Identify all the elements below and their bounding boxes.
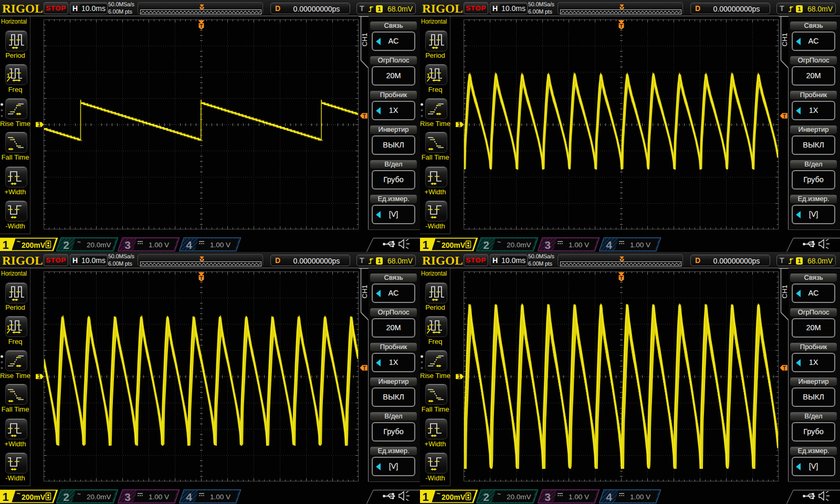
svg-text:1.00 V: 1.00 V	[149, 241, 169, 249]
svg-text:1.00 V: 1.00 V	[149, 493, 169, 501]
svg-text:~: ~	[17, 238, 21, 246]
svg-text:4: 4	[606, 239, 612, 251]
svg-text:2: 2	[63, 239, 69, 251]
svg-text:200mV: 200mV	[442, 493, 466, 501]
svg-text:3: 3	[544, 491, 551, 503]
svg-text:1.00 V: 1.00 V	[630, 493, 650, 501]
svg-text:200mV: 200mV	[22, 241, 46, 249]
svg-text:1: 1	[2, 490, 8, 503]
svg-text:3: 3	[124, 239, 131, 251]
svg-text:4: 4	[186, 491, 192, 503]
svg-text:20.0mV: 20.0mV	[507, 493, 531, 501]
svg-text:3: 3	[124, 491, 131, 503]
svg-text:~: ~	[77, 238, 81, 246]
svg-text:~: ~	[17, 490, 21, 498]
svg-text:200mV: 200mV	[22, 493, 46, 501]
svg-text:2: 2	[483, 491, 489, 503]
svg-text:2: 2	[63, 491, 69, 503]
svg-text:1: 1	[458, 373, 461, 380]
svg-text:~: ~	[77, 490, 81, 498]
svg-text:T: T	[363, 365, 366, 371]
svg-text:T: T	[783, 365, 786, 371]
svg-text:3: 3	[544, 239, 551, 251]
svg-text:4: 4	[186, 239, 192, 251]
svg-text:1.00 V: 1.00 V	[210, 493, 230, 501]
svg-text:1: 1	[38, 121, 41, 128]
svg-text:T: T	[363, 113, 366, 119]
svg-text:~: ~	[497, 238, 501, 246]
svg-text:1.00 V: 1.00 V	[569, 241, 589, 249]
svg-text:20.0mV: 20.0mV	[87, 493, 111, 501]
svg-text:20.0mV: 20.0mV	[507, 241, 531, 249]
svg-text:~: ~	[497, 490, 501, 498]
svg-text:200mV: 200mV	[442, 241, 466, 249]
svg-text:1: 1	[422, 490, 428, 503]
svg-text:1: 1	[38, 373, 41, 380]
svg-text:20.0mV: 20.0mV	[87, 241, 111, 249]
svg-text:~: ~	[437, 238, 441, 246]
svg-text:T: T	[783, 113, 786, 119]
svg-text:1: 1	[458, 121, 461, 128]
svg-text:1.00 V: 1.00 V	[569, 493, 589, 501]
svg-text:2: 2	[483, 239, 489, 251]
svg-text:1.00 V: 1.00 V	[630, 241, 650, 249]
svg-text:~: ~	[437, 490, 441, 498]
svg-text:1.00 V: 1.00 V	[210, 241, 230, 249]
svg-text:4: 4	[606, 491, 612, 503]
svg-text:1: 1	[422, 238, 428, 251]
svg-text:1: 1	[2, 238, 8, 251]
